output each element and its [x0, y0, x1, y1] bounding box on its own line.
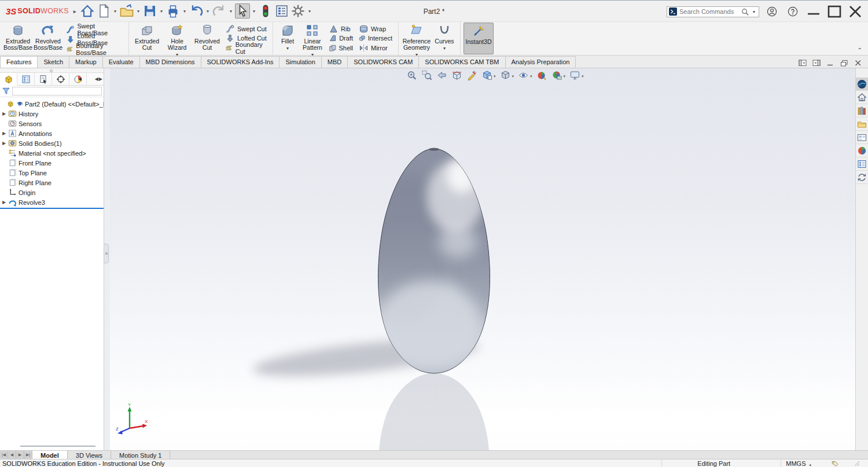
extruded-boss-base-button[interactable]: Extruded Boss/Base: [3, 23, 33, 54]
edit-appearance-button[interactable]: [535, 69, 549, 81]
draft-button[interactable]: Draft: [327, 34, 355, 43]
design-library-tab[interactable]: [856, 104, 868, 117]
open-button[interactable]: [119, 3, 134, 19]
view-palette-tab[interactable]: [856, 131, 868, 144]
previous-view-button[interactable]: [435, 69, 448, 81]
rib-button[interactable]: Rib: [327, 24, 355, 34]
tree-item-solid-bodies[interactable]: ▶ Solid Bodies(1): [0, 138, 104, 148]
nav-first-icon[interactable]: |◀: [0, 451, 8, 459]
tab-3d-views[interactable]: 3D Views: [68, 451, 111, 459]
manager-scroll-right-icon[interactable]: ▶: [99, 76, 102, 82]
filter-input[interactable]: [12, 87, 102, 95]
zoom-to-area-button[interactable]: [420, 69, 433, 81]
search-input[interactable]: [679, 8, 739, 15]
tree-item-sensors[interactable]: Sensors: [0, 119, 104, 128]
tab-motion-study-1[interactable]: Motion Study 1: [111, 451, 170, 459]
tab-model[interactable]: Model: [32, 451, 68, 459]
pane-left-icon[interactable]: [799, 60, 807, 67]
display-style-button[interactable]: [499, 69, 516, 81]
view-orientation-caret-icon[interactable]: [492, 72, 496, 79]
panel-collapse-handle[interactable]: [104, 244, 109, 263]
file-properties-button[interactable]: [274, 3, 289, 19]
dimxpertmanager-tab[interactable]: [52, 73, 69, 86]
sw-sync-tab[interactable]: [856, 171, 868, 184]
section-view-button[interactable]: [450, 69, 464, 81]
featuremanager-tab[interactable]: [0, 73, 17, 86]
resources-home-tab[interactable]: [856, 91, 868, 104]
annotation-views-button[interactable]: [465, 69, 479, 81]
mirror-button[interactable]: Mirror: [357, 43, 394, 53]
zoom-to-fit-button[interactable]: [405, 69, 418, 81]
tree-root-item[interactable]: Part2 (Default) <<Default>_Displa: [0, 99, 104, 109]
menu-expand-arrow-icon[interactable]: ▸: [73, 8, 76, 14]
tab-mbd[interactable]: MBD: [321, 56, 348, 68]
fillet-caret-icon[interactable]: [286, 45, 289, 52]
tree-item-annotations[interactable]: ▶ Annotations: [0, 128, 104, 138]
tree-item-top-plane[interactable]: Top Plane: [0, 168, 104, 178]
resize-grip-icon[interactable]: [854, 461, 860, 466]
new-document-button[interactable]: [96, 3, 111, 19]
curves-button[interactable]: Curves: [432, 23, 457, 54]
tree-item-material[interactable]: Material <not specified>: [0, 148, 104, 158]
pane-right-icon[interactable]: [812, 60, 821, 67]
login-button[interactable]: [764, 4, 780, 19]
boundary-boss-base-button[interactable]: Boundary Boss/Base: [64, 44, 124, 54]
help-button[interactable]: [785, 4, 801, 19]
expand-arrow-icon[interactable]: ▶: [2, 141, 8, 146]
document-close-icon[interactable]: [854, 60, 862, 67]
options-button[interactable]: [290, 3, 306, 19]
open-dropdown-caret[interactable]: ▾: [135, 9, 141, 14]
apply-scene-button[interactable]: [550, 69, 567, 81]
panel-splitter[interactable]: [0, 68, 104, 73]
redo-dropdown-caret[interactable]: ▾: [228, 9, 234, 14]
document-minimize-icon[interactable]: [826, 60, 834, 67]
nav-prev-icon[interactable]: ◀: [8, 451, 16, 459]
curves-caret-icon[interactable]: [443, 45, 446, 52]
tab-markup[interactable]: Markup: [69, 56, 103, 68]
propertymanager-tab[interactable]: [17, 73, 35, 86]
save-dropdown-caret[interactable]: ▾: [159, 9, 164, 14]
tab-features[interactable]: Features: [0, 56, 38, 68]
print-button[interactable]: [165, 3, 181, 19]
tab-solidworks-addins[interactable]: SOLIDWORKS Add-Ins: [201, 56, 280, 68]
tag-button[interactable]: [831, 459, 839, 467]
apply-scene-caret-icon[interactable]: [562, 72, 566, 79]
search-icon[interactable]: [741, 8, 749, 16]
view-settings-caret-icon[interactable]: [580, 72, 584, 79]
instant3d-button[interactable]: Instant3D: [464, 23, 494, 54]
redo-button[interactable]: [212, 3, 227, 19]
linear-pattern-button[interactable]: Linear Pattern: [299, 23, 326, 54]
tree-item-origin[interactable]: Origin: [0, 187, 104, 197]
unit-system-selector[interactable]: MMGS: [781, 460, 816, 467]
new-dropdown-caret[interactable]: ▾: [112, 9, 118, 14]
tree-item-right-plane[interactable]: Right Plane: [0, 178, 104, 187]
tab-solidworks-cam[interactable]: SOLIDWORKS CAM: [347, 56, 419, 68]
tree-horizontal-scrollbar[interactable]: [20, 446, 95, 447]
manager-scroll-left-icon[interactable]: ◀: [95, 76, 98, 82]
undo-button[interactable]: [189, 3, 204, 19]
nav-next-icon[interactable]: ▶: [16, 451, 24, 459]
search-commands-box[interactable]: ▾: [667, 6, 759, 17]
select-dropdown-caret[interactable]: ▾: [251, 9, 257, 14]
print-dropdown-caret[interactable]: ▾: [182, 9, 187, 14]
nav-last-icon[interactable]: ▶|: [24, 451, 32, 459]
reference-geometry-button[interactable]: Reference Geometry: [402, 23, 432, 54]
select-button[interactable]: [235, 3, 250, 19]
rebuild-button[interactable]: [258, 3, 273, 19]
3dexperience-tab[interactable]: [856, 78, 868, 91]
display-style-caret-icon[interactable]: [511, 72, 514, 79]
boundary-cut-button[interactable]: Boundary Cut: [223, 43, 269, 53]
intersect-button[interactable]: Intersect: [357, 34, 394, 43]
filter-funnel-icon[interactable]: [2, 87, 10, 95]
view-settings-button[interactable]: [568, 69, 585, 81]
extruded-cut-button[interactable]: Extruded Cut: [132, 23, 162, 54]
home-button[interactable]: [80, 3, 95, 19]
tab-mbd-dimensions[interactable]: MBD Dimensions: [139, 56, 201, 68]
save-button[interactable]: [142, 3, 157, 19]
appearances-tab[interactable]: [856, 144, 868, 157]
view-orientation-button[interactable]: [480, 69, 497, 81]
tab-sketch[interactable]: Sketch: [37, 56, 69, 68]
revolved-cut-button[interactable]: Revolved Cut: [192, 23, 222, 54]
tab-analysis-preparation[interactable]: Analysis Preparation: [505, 56, 576, 68]
hole-wizard-button[interactable]: Hole Wizard: [162, 23, 192, 54]
